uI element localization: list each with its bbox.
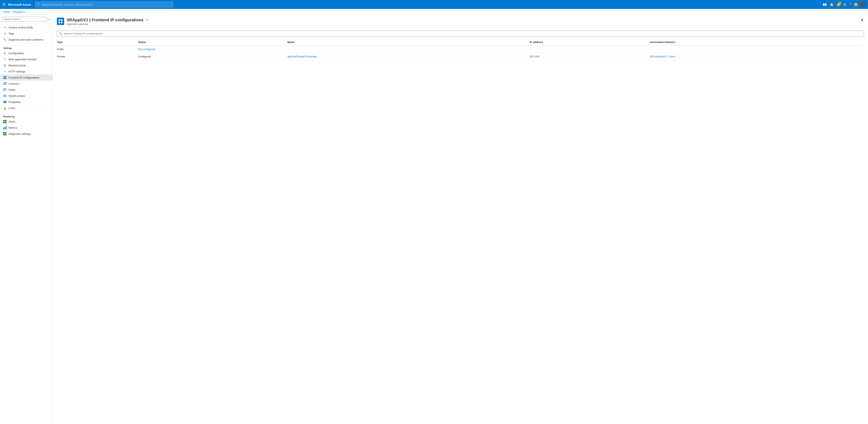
sidebar-item-configuration[interactable]: ⚙ Configuration (0, 50, 53, 56)
table-row: Public Not configured - - - (57, 45, 864, 53)
bell-icon[interactable]: 🔔 (829, 2, 835, 7)
resource-title-text: SRAppGV1 | Frontend IP configurations (67, 18, 144, 22)
sidebar-label-waf: Web application firewall (8, 58, 36, 61)
diagnostic-settings-icon (3, 132, 6, 135)
svg-rect-16 (3, 120, 5, 121)
table-area: 🔍 Type Status Name IP address Associated… (53, 27, 868, 424)
sidebar-item-tags[interactable]: 🏷 Tags (0, 30, 53, 36)
sidebar-item-alerts[interactable]: Alerts (0, 119, 53, 125)
sidebar-label-diagnostic-settings: Diagnostic settings (8, 132, 31, 135)
monitoring-section-title: Monitoring (0, 113, 53, 119)
feedback-icon[interactable]: 😊 (853, 2, 859, 7)
avatar[interactable] (860, 2, 866, 7)
table-row: Private Configured appGwPrivateFrontendI… (57, 53, 864, 60)
table-body: Public Not configured - - - Private Conf… (57, 45, 864, 60)
svg-rect-26 (5, 134, 6, 135)
svg-rect-14 (4, 101, 5, 103)
svg-rect-10 (3, 91, 5, 91)
sidebar-item-health-probes[interactable]: Health probes (0, 93, 53, 99)
svg-rect-30 (61, 22, 63, 23)
svg-rect-6 (3, 85, 6, 85)
sidebar-item-locks[interactable]: 🔒 Locks (0, 105, 53, 111)
alerts-icon (3, 120, 6, 123)
sidebar-label-tags: Tags (8, 32, 14, 35)
main-pane: SRAppGV1 | Frontend IP configurations ··… (53, 15, 868, 424)
resource-title: SRAppGV1 | Frontend IP configurations ··… (67, 18, 858, 22)
sidebar-item-backend-pools[interactable]: ⊞ Backend pools (0, 62, 53, 68)
sidebar-label-properties: Properties (8, 100, 21, 103)
row1-associated-listeners: - (650, 45, 864, 53)
notifications-icon[interactable]: 🔔 4 (836, 2, 841, 7)
close-button[interactable]: ✕ (861, 18, 864, 23)
row1-name: - (287, 45, 530, 53)
svg-rect-15 (5, 100, 6, 103)
sidebar-label-http-settings: HTTP settings (8, 70, 25, 73)
row2-associated-listeners[interactable]: SRListener80, 2 more (650, 53, 864, 60)
table-search-input[interactable] (64, 32, 862, 35)
row2-type: Private (57, 53, 138, 60)
breadcrumb: Home > SRAppGV1 (0, 9, 868, 15)
content-area: « ✕ Access control (IAM) 🏷 Tags 🔧 Diagno… (0, 15, 868, 424)
svg-rect-24 (5, 132, 6, 134)
sidebar-item-properties[interactable]: Properties (0, 99, 53, 105)
http-settings-icon: ≡ (3, 70, 6, 73)
table-search-wrapper[interactable]: 🔍 (57, 31, 864, 36)
hamburger-menu[interactable]: ☰ (2, 2, 6, 7)
sidebar-item-access-control[interactable]: ✕ Access control (IAM) (0, 24, 53, 30)
sidebar-label-health-probes: Health probes (8, 94, 25, 97)
listeners-icon (3, 82, 6, 85)
collapse-sidebar-button[interactable]: « (48, 18, 50, 21)
svg-rect-8 (3, 89, 6, 89)
table-header: Type Status Name IP address Associated l… (57, 39, 864, 45)
sidebar-item-rules[interactable]: Rules (0, 87, 53, 93)
sidebar-label-access-control: Access control (IAM) (8, 26, 33, 29)
metrics-icon (3, 126, 6, 129)
sidebar-item-http-settings[interactable]: ≡ HTTP settings (0, 68, 53, 74)
row2-name[interactable]: appGwPrivateFrontendIp (287, 53, 530, 60)
svg-rect-21 (4, 127, 5, 129)
sidebar-search-input[interactable] (2, 17, 47, 22)
diagnose-icon: 🔧 (3, 38, 6, 41)
top-nav: ☰ Microsoft Azure 🔍 📧 🔔 🔔 4 ⚙ ? 😊 (0, 0, 868, 9)
ellipsis-button[interactable]: ··· (146, 18, 149, 22)
sidebar-label-alerts: Alerts (8, 120, 15, 123)
sidebar: « ✕ Access control (IAM) 🏷 Tags 🔧 Diagno… (0, 15, 53, 424)
resource-subtitle: Application gateway (67, 23, 858, 26)
sidebar-item-frontend-ip[interactable]: Frontend IP configurations (0, 74, 53, 80)
sidebar-search-bar: « (0, 15, 53, 24)
sidebar-item-listeners[interactable]: Listeners (0, 80, 53, 87)
help-icon[interactable]: ? (848, 2, 852, 7)
global-search-input[interactable] (42, 3, 171, 6)
properties-icon (3, 100, 6, 103)
sidebar-label-rules: Rules (8, 88, 15, 91)
svg-rect-29 (59, 22, 60, 23)
sidebar-item-diagnose[interactable]: 🔧 Diagnose and solve problems (0, 36, 53, 43)
configuration-icon: ⚙ (3, 52, 6, 55)
svg-rect-17 (5, 120, 6, 121)
sidebar-item-diagnostic-settings[interactable]: Diagnostic settings (0, 131, 53, 137)
row1-status-text: Not configured (138, 48, 155, 51)
col-associated-listeners: Associated listeners (650, 39, 864, 45)
sidebar-item-metrics[interactable]: Metrics (0, 125, 53, 131)
sidebar-label-frontend-ip: Frontend IP configurations (8, 76, 39, 79)
svg-point-12 (4, 95, 5, 96)
breadcrumb-home[interactable]: Home (3, 10, 10, 13)
global-search[interactable]: 🔍 (35, 1, 173, 7)
row1-ip-address: - (530, 45, 650, 53)
svg-rect-22 (6, 126, 6, 129)
waf-icon: 🛡 (3, 58, 6, 61)
settings-section-title: Settings (0, 44, 53, 50)
svg-rect-7 (6, 82, 6, 83)
sidebar-label-locks: Locks (8, 106, 16, 109)
svg-rect-25 (3, 134, 5, 135)
breadcrumb-resource[interactable]: SRAppGV1 (13, 10, 25, 13)
rules-icon (3, 88, 6, 91)
sidebar-item-waf[interactable]: 🛡 Web application firewall (0, 56, 53, 62)
resource-title-block: SRAppGV1 | Frontend IP configurations ··… (67, 18, 858, 26)
col-type: Type (57, 39, 138, 45)
table-search-icon: 🔍 (59, 32, 62, 35)
sidebar-nav: ✕ Access control (IAM) 🏷 Tags 🔧 Diagnose… (0, 24, 53, 424)
mail-icon[interactable]: 📧 (822, 2, 828, 7)
settings-icon[interactable]: ⚙ (843, 2, 847, 7)
svg-rect-0 (3, 76, 5, 77)
